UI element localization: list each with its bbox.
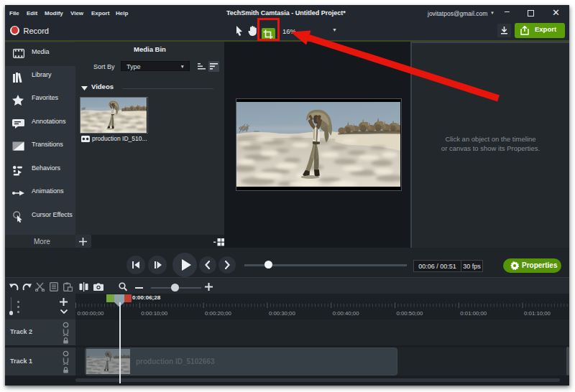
svg-text:0:00:10;00: 0:00:10;00 [141,310,168,317]
svg-text:0:01:00;00: 0:01:00;00 [460,310,487,317]
svg-text:0:00:50;00: 0:00:50;00 [397,310,424,317]
svg-text:0:00:40;00: 0:00:40;00 [333,310,360,317]
svg-text:0:00:20;00: 0:00:20;00 [205,310,232,317]
svg-text:0:00:00;00: 0:00:00;00 [78,310,105,317]
svg-text:0:00:30;00: 0:00:30;00 [269,310,296,317]
svg-text:0:01:10;00: 0:01:10;00 [524,310,551,317]
